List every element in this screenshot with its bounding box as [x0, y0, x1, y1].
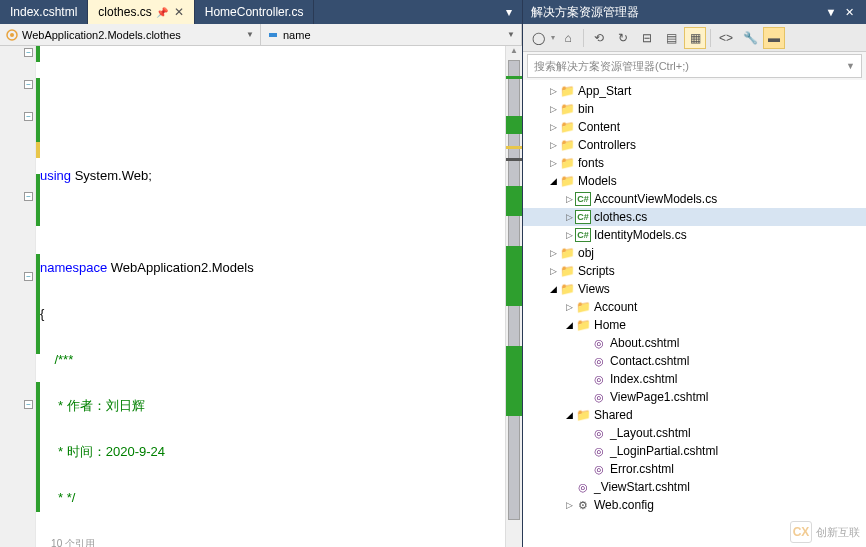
tree-item[interactable]: ◢Models [523, 172, 866, 190]
chevron-right-icon[interactable]: ▷ [563, 302, 575, 312]
fold-toggle[interactable]: − [24, 272, 33, 281]
chevron-right-icon[interactable]: ▷ [547, 104, 559, 114]
unknown-toggle-button[interactable]: ▬ [763, 27, 785, 49]
tree-item[interactable]: ▷Web.config [523, 496, 866, 514]
panel-dropdown-button[interactable]: ▼ [822, 6, 840, 18]
back-button[interactable]: ◯ [527, 27, 549, 49]
tree-item-label: clothes.cs [594, 210, 647, 224]
chevron-down-icon[interactable]: ◢ [563, 410, 575, 420]
chevron-down-icon[interactable]: ◢ [563, 320, 575, 330]
chevron-right-icon[interactable]: ▷ [563, 500, 575, 510]
fold-toggle[interactable]: − [24, 80, 33, 89]
properties-button[interactable]: 🔧 [739, 27, 761, 49]
codelens-references[interactable]: 10 个引用 [36, 536, 505, 547]
tab-homecontroller-cs[interactable]: HomeController.cs [195, 0, 315, 24]
tree-item-label: Controllers [578, 138, 636, 152]
pin-icon[interactable]: 📌 [156, 7, 168, 18]
tree-item[interactable]: ▷C#IdentityModels.cs [523, 226, 866, 244]
tree-item-label: Content [578, 120, 620, 134]
panel-close-button[interactable]: ✕ [840, 6, 858, 19]
tree-item-label: IdentityModels.cs [594, 228, 687, 242]
tree-item[interactable]: Index.cshtml [523, 370, 866, 388]
editor-gutter: − − − − − − [0, 46, 36, 547]
tree-item[interactable]: ▷C#AccountViewModels.cs [523, 190, 866, 208]
tree-item[interactable]: _Layout.cshtml [523, 424, 866, 442]
tree-item[interactable]: Error.cshtml [523, 460, 866, 478]
chevron-down-icon[interactable]: ◢ [547, 176, 559, 186]
solution-tree[interactable]: ▷App_Start▷bin▷Content▷Controllers▷fonts… [523, 80, 866, 547]
member-dropdown[interactable]: name ▼ [261, 24, 522, 45]
folder-icon [575, 300, 591, 314]
tree-item[interactable]: Contact.cshtml [523, 352, 866, 370]
chevron-right-icon[interactable]: ▷ [547, 248, 559, 258]
chevron-down-icon: ▼ [246, 30, 254, 39]
class-dropdown[interactable]: WebApplication2.Models.clothes ▼ [0, 24, 261, 45]
watermark: CX 创新互联 [790, 521, 860, 543]
folder-icon [559, 102, 575, 116]
chevron-right-icon[interactable]: ▷ [547, 140, 559, 150]
scroll-marker [506, 246, 522, 306]
chevron-right-icon[interactable]: ▷ [563, 212, 575, 222]
change-marker [36, 382, 40, 512]
tree-item[interactable]: _ViewStart.cshtml [523, 478, 866, 496]
tree-item[interactable]: ▷Account [523, 298, 866, 316]
tree-item[interactable]: ▷fonts [523, 154, 866, 172]
chevron-down-icon[interactable]: ◢ [547, 284, 559, 294]
chevron-right-icon[interactable]: ▷ [563, 230, 575, 240]
tree-item[interactable]: ▷Scripts [523, 262, 866, 280]
scroll-marker [506, 116, 522, 134]
tree-item-label: About.cshtml [610, 336, 679, 350]
tree-item[interactable]: ▷Controllers [523, 136, 866, 154]
refresh-button[interactable]: ↻ [612, 27, 634, 49]
tree-item-label: bin [578, 102, 594, 116]
tree-item[interactable]: ▷bin [523, 100, 866, 118]
code-editor[interactable]: − − − − − − using System.Web; namespace … [0, 46, 522, 547]
tab-overflow-button[interactable]: ▾ [496, 0, 522, 24]
fold-toggle[interactable]: − [24, 400, 33, 409]
tree-item[interactable]: ◢Views [523, 280, 866, 298]
tab-index-cshtml[interactable]: Index.cshtml [0, 0, 88, 24]
close-icon[interactable]: ✕ [174, 5, 184, 19]
collapse-all-button[interactable]: ⊟ [636, 27, 658, 49]
chevron-right-icon[interactable]: ▷ [547, 266, 559, 276]
search-dropdown-icon[interactable]: ▼ [846, 61, 855, 71]
fold-toggle[interactable]: − [24, 48, 33, 57]
chevron-right-icon[interactable]: ▷ [547, 158, 559, 168]
chevron-right-icon[interactable]: ▷ [547, 86, 559, 96]
tree-item[interactable]: ▷obj [523, 244, 866, 262]
solution-search-input[interactable]: 搜索解决方案资源管理器(Ctrl+;) ▼ [527, 54, 862, 78]
cshtml-file-icon [591, 390, 607, 404]
fold-toggle[interactable]: − [24, 192, 33, 201]
fold-toggle[interactable]: − [24, 112, 33, 121]
view-code-button[interactable]: <> [715, 27, 737, 49]
folder-icon [575, 318, 591, 332]
panel-titlebar: 解决方案资源管理器 ▼ ✕ [523, 0, 866, 24]
home-button[interactable]: ⌂ [557, 27, 579, 49]
code-area[interactable]: using System.Web; namespace WebApplicati… [36, 46, 505, 547]
tree-item[interactable]: About.cshtml [523, 334, 866, 352]
field-icon [267, 29, 279, 41]
tab-clothes-cs[interactable]: clothes.cs 📌 ✕ [88, 0, 194, 24]
tree-item[interactable]: ViewPage1.cshtml [523, 388, 866, 406]
vertical-scrollbar[interactable]: ▲ [505, 46, 522, 547]
panel-title-text: 解决方案资源管理器 [531, 4, 639, 21]
tree-item[interactable]: ▷Content [523, 118, 866, 136]
sync-button[interactable]: ⟲ [588, 27, 610, 49]
show-all-files-button[interactable]: ▤ [660, 27, 682, 49]
chevron-right-icon[interactable]: ▷ [547, 122, 559, 132]
preview-button[interactable]: ▦ [684, 27, 706, 49]
tree-item[interactable]: _LoginPartial.cshtml [523, 442, 866, 460]
scroll-up-button[interactable]: ▲ [506, 46, 522, 60]
folder-icon [559, 120, 575, 134]
tree-item[interactable]: ▷App_Start [523, 82, 866, 100]
cshtml-file-icon [591, 354, 607, 368]
tree-item[interactable]: ◢Shared [523, 406, 866, 424]
cshtml-file-icon [591, 426, 607, 440]
chevron-right-icon[interactable]: ▷ [563, 194, 575, 204]
tree-item[interactable]: ◢Home [523, 316, 866, 334]
solution-explorer-pane: 解决方案资源管理器 ▼ ✕ ◯ ▾ ⌂ ⟲ ↻ ⊟ ▤ ▦ <> 🔧 ▬ 搜索解… [522, 0, 866, 547]
scroll-marker [506, 76, 522, 79]
caret-marker [506, 158, 522, 161]
tree-item[interactable]: ▷C#clothes.cs [523, 208, 866, 226]
svg-rect-2 [269, 33, 277, 37]
